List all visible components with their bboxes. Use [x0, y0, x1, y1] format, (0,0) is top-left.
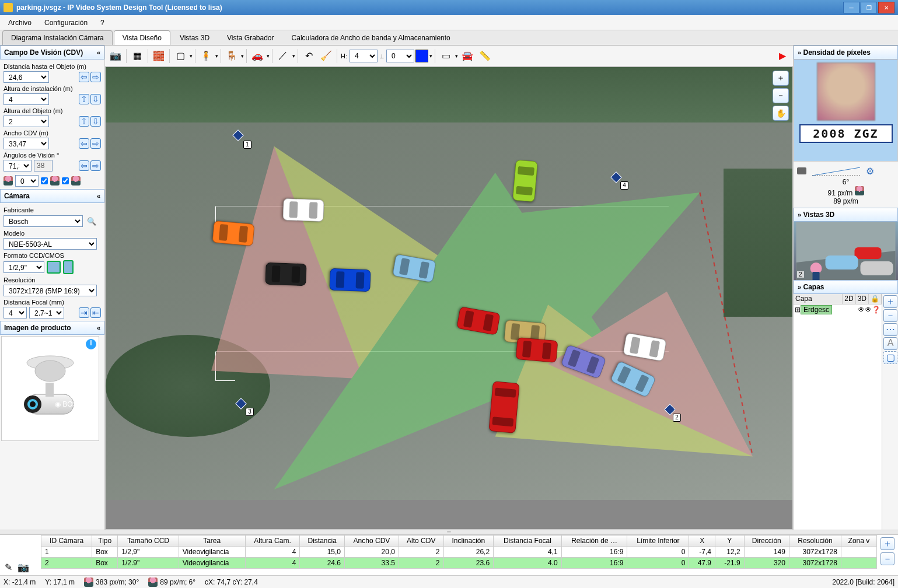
dropdown-icon[interactable]: ▾: [267, 53, 270, 59]
instH-input[interactable]: 4: [4, 93, 49, 105]
design-canvas[interactable]: 1 2 3 4 ＋ － ✋: [105, 66, 793, 530]
grid-add-button[interactable]: ＋: [880, 537, 894, 550]
aspect-wide-button[interactable]: [47, 261, 61, 274]
youtube-button[interactable]: ▶: [774, 48, 791, 64]
dist-right-button[interactable]: ⇨: [90, 72, 101, 82]
measure-tool-button[interactable]: 📏: [477, 48, 493, 64]
layer-row[interactable]: ⊞ Erdgesc 👁👁❓: [794, 304, 882, 315]
car-orange[interactable]: [212, 220, 254, 246]
grid-col[interactable]: ID Cámara: [41, 536, 92, 547]
car2-tool-button[interactable]: 🚘: [459, 48, 476, 64]
dropdown-icon[interactable]: ▾: [429, 53, 432, 59]
grid-col[interactable]: X: [689, 536, 715, 547]
panel-layers-head[interactable]: » Capas: [794, 280, 898, 294]
horizontal-splitter[interactable]: [0, 530, 898, 534]
camera-grid[interactable]: ID CámaraTipoTamaño CCDTareaAltura Cam.D…: [41, 535, 877, 575]
panel-pd-head[interactable]: » Densidad de píxeles: [794, 46, 898, 60]
panel-image-head[interactable]: Imagen de producto«: [0, 321, 104, 335]
panel-camera-head[interactable]: Cámara«: [0, 189, 104, 203]
grid-col[interactable]: Tamaño CCD: [118, 536, 179, 547]
grid-col[interactable]: Tarea: [179, 536, 245, 547]
info-icon[interactable]: i: [86, 339, 96, 349]
panel-3d-head[interactable]: » Vistas 3D: [794, 208, 898, 222]
car-black[interactable]: [265, 262, 306, 286]
tab-vista-grabador[interactable]: Vista Grabador: [219, 31, 282, 45]
res-select[interactable]: 3072x1728 (5MP 16:9): [4, 285, 97, 296]
dropdown-icon[interactable]: ▾: [241, 53, 244, 59]
layer-more-button[interactable]: ⋯: [883, 323, 897, 336]
layer-select-button[interactable]: ▢: [883, 351, 897, 364]
grid-col[interactable]: Tipo: [92, 536, 118, 547]
angle1-input[interactable]: 71,3: [4, 160, 32, 172]
grid-remove-button[interactable]: －: [880, 552, 894, 565]
close-button[interactable]: ✕: [878, 2, 894, 13]
dropdown-icon[interactable]: ▾: [455, 53, 458, 59]
color-picker[interactable]: [415, 50, 428, 62]
grid-col[interactable]: Distancia: [300, 536, 345, 547]
grid-col[interactable]: Límite Inferior: [627, 536, 689, 547]
grid-col[interactable]: Distancia Focal: [494, 536, 562, 547]
angle-right-button[interactable]: ⇨: [90, 160, 101, 171]
ccd-select[interactable]: 1/2,9": [4, 261, 44, 273]
car-white[interactable]: [282, 198, 324, 222]
tab-calculadora[interactable]: Calculadora de Ancho de banda y Almacena…: [284, 31, 459, 45]
layer-remove-button[interactable]: －: [883, 309, 897, 322]
car-tool-button[interactable]: 🚗: [249, 48, 265, 64]
camera-tool-button[interactable]: 📷: [107, 48, 124, 64]
minimize-button[interactable]: ─: [843, 2, 859, 13]
tab-diagrama[interactable]: Diagrama Instalación Cámara: [2, 30, 113, 45]
grid-col[interactable]: Inclinación: [443, 536, 494, 547]
grid-col[interactable]: Altura Cam.: [245, 536, 300, 547]
width-left-button[interactable]: ⇦: [79, 138, 89, 149]
tab-vistas-3d[interactable]: Vistas 3D: [172, 31, 218, 45]
man-check[interactable]: [62, 177, 69, 184]
layer-text-button[interactable]: A: [883, 337, 897, 350]
model-select[interactable]: NBE-5503-AL: [4, 238, 97, 250]
maker-select[interactable]: Bosch: [4, 215, 83, 227]
dropdown-icon[interactable]: ▾: [190, 53, 193, 59]
grid-row[interactable]: 2Box1/2.9"Videovigilancia424.633.5223.64…: [41, 558, 877, 569]
dropdown-icon[interactable]: ▾: [292, 53, 295, 59]
aspect-tall-button[interactable]: [63, 260, 74, 274]
layer-add-button[interactable]: ＋: [883, 295, 897, 308]
clear-button[interactable]: 🧹: [318, 48, 334, 64]
grid-pen-button[interactable]: ✎: [1, 560, 15, 574]
grid-col[interactable]: Resolución: [789, 536, 841, 547]
instH-up-button[interactable]: ⇧: [79, 94, 89, 104]
width-right-button[interactable]: ⇨: [90, 138, 101, 149]
angle-left-button[interactable]: ⇦: [79, 160, 89, 171]
truck-red[interactable]: [488, 381, 519, 433]
menu-archivo[interactable]: Archivo: [2, 16, 37, 29]
gear-icon[interactable]: ⚙: [866, 166, 874, 177]
grid-col[interactable]: Alto CDV: [399, 536, 443, 547]
grid-col[interactable]: Relación de …: [561, 536, 627, 547]
tab-vista-diseno[interactable]: Vista Diseño: [114, 30, 170, 45]
grid-col[interactable]: Ancho CDV: [344, 536, 399, 547]
undo-button[interactable]: ↶: [301, 48, 317, 64]
car-red2[interactable]: [515, 337, 558, 363]
grid-col[interactable]: Zona v: [841, 536, 876, 547]
zoom-out-button[interactable]: －: [773, 88, 789, 103]
h-select[interactable]: 4: [350, 50, 378, 62]
menu-help[interactable]: ?: [95, 16, 110, 29]
grid-col[interactable]: Dirección: [744, 536, 789, 547]
focal1-select[interactable]: 4: [4, 307, 27, 318]
objH-up-button[interactable]: ⇧: [79, 116, 89, 127]
woman-check[interactable]: [41, 177, 48, 184]
panel-cdv-head[interactable]: Campo De Visión (CDV)«: [0, 46, 104, 60]
car-green[interactable]: [512, 159, 538, 202]
instH-down-button[interactable]: ⇩: [90, 94, 101, 104]
zoom-in-button[interactable]: ＋: [773, 71, 789, 86]
person-tool-button[interactable]: 🧍: [198, 48, 214, 64]
brick-tool-button[interactable]: 🧱: [151, 48, 167, 64]
objH-input[interactable]: 2: [4, 116, 49, 127]
objH-down-button[interactable]: ⇩: [90, 116, 101, 127]
focal2-select[interactable]: 2.7~12: [29, 307, 64, 318]
grid-cam-button[interactable]: 📷: [16, 560, 30, 574]
menu-configuracion[interactable]: Configuración: [39, 16, 93, 29]
width-input[interactable]: 33,47: [4, 138, 49, 149]
car-blue[interactable]: [329, 268, 371, 292]
dist-input[interactable]: 24,6: [4, 71, 49, 83]
person-h-input[interactable]: 0: [15, 175, 39, 187]
maximize-button[interactable]: ❐: [861, 2, 877, 13]
